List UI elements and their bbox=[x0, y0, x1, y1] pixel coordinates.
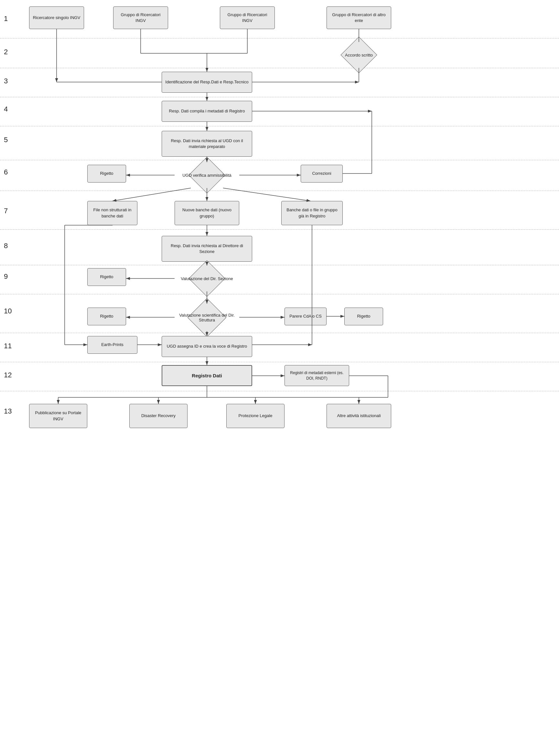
node-ugd-assegna: UGD assegna ID e crea la voce di Registr… bbox=[162, 336, 252, 357]
diamond-valutazione-scientifica: Valutazione scientifica del Dir. Struttu… bbox=[175, 304, 239, 331]
flowchart-diagram: 1 2 3 4 5 6 7 8 9 10 11 12 13 Ricercator… bbox=[0, 0, 559, 756]
node-parere-cda-cs: Parere CdA o CS bbox=[285, 308, 327, 325]
sep-12 bbox=[0, 391, 559, 391]
node-gruppo-ricercatori-1: Gruppo di Ricercatori INGV bbox=[113, 6, 168, 29]
node-rigetto-6: Rigetto bbox=[87, 165, 126, 183]
row-num-3: 3 bbox=[4, 77, 8, 85]
row-num-1: 1 bbox=[4, 15, 8, 23]
node-rigetto-10a: Rigetto bbox=[87, 308, 126, 325]
row-num-11: 11 bbox=[4, 342, 12, 350]
sep-7 bbox=[0, 229, 559, 230]
row-num-4: 4 bbox=[4, 105, 8, 113]
connector-arrows bbox=[0, 0, 559, 756]
row-num-5: 5 bbox=[4, 136, 8, 144]
sep-1 bbox=[0, 38, 559, 39]
sep-10 bbox=[0, 333, 559, 333]
svg-line-21 bbox=[113, 188, 191, 201]
node-nuove-banche-dati: Nuove banche dati (nuovo gruppo) bbox=[175, 201, 239, 225]
sep-4 bbox=[0, 126, 559, 126]
node-registri-metadati: Registri di metadati esterni (es. DOI, R… bbox=[285, 365, 349, 386]
row-num-9: 9 bbox=[4, 273, 8, 281]
row-num-13: 13 bbox=[4, 407, 12, 416]
node-altre-attivita: Altre attività istituzionali bbox=[327, 404, 391, 428]
row-num-10: 10 bbox=[4, 307, 12, 315]
node-resp-dati-direttore: Resp. Dati invia richiesta al Direttore … bbox=[162, 236, 252, 262]
sep-3 bbox=[0, 97, 559, 97]
row-num-6: 6 bbox=[4, 168, 8, 176]
node-protezione-legale: Protezione Legale bbox=[226, 404, 285, 428]
node-earth-prints: Earth-Prints bbox=[87, 336, 137, 354]
node-resp-dati-invia: Resp. Dati invia richiesta al UGD con il… bbox=[162, 131, 252, 157]
sep-11 bbox=[0, 362, 559, 362]
row-num-7: 7 bbox=[4, 207, 8, 215]
node-file-non-strutturati: File non strutturati in banche dati bbox=[87, 201, 137, 225]
diamond-accordo-scritto: Accordo scritto bbox=[327, 42, 391, 68]
node-rigetto-10b: Rigetto bbox=[344, 308, 383, 325]
node-rigetto-9: Rigetto bbox=[87, 268, 126, 286]
diamond-valutazione-dir-sezione: Valutazione del Dir. Sezione bbox=[175, 265, 239, 291]
node-identificazione: Identificazione del Resp.Dati e Resp.Tec… bbox=[162, 72, 252, 93]
node-registro-dati: Registro Dati bbox=[162, 365, 252, 386]
svg-line-22 bbox=[223, 188, 310, 201]
sep-2 bbox=[0, 68, 559, 68]
node-gruppo-altro-ente: Gruppo di Ricercatori di altro ente bbox=[327, 6, 391, 29]
node-ricercatore-singolo: Ricercatore singolo INGV bbox=[29, 6, 84, 29]
node-gruppo-ricercatori-2: Gruppo di Ricercatori INGV bbox=[220, 6, 275, 29]
sep-5 bbox=[0, 160, 559, 160]
diamond-ugd-verifica: UGD verifica ammissibilità bbox=[175, 162, 239, 188]
row-num-12: 12 bbox=[4, 371, 12, 379]
sep-8 bbox=[0, 265, 559, 265]
sep-9 bbox=[0, 294, 559, 294]
row-num-8: 8 bbox=[4, 242, 8, 250]
row-num-2: 2 bbox=[4, 48, 8, 56]
node-pubblicazione-portale: Pubblicazione su Portale INGV bbox=[29, 404, 87, 428]
node-resp-dati-compila: Resp. Dati compila i metadati di Registr… bbox=[162, 101, 252, 122]
node-disaster-recovery: Disaster Recovery bbox=[129, 404, 187, 428]
node-banche-dati-gruppo: Banche dati o file in gruppo già in Regi… bbox=[281, 201, 343, 225]
node-correzioni: Correzioni bbox=[301, 165, 343, 183]
sep-6 bbox=[0, 191, 559, 191]
